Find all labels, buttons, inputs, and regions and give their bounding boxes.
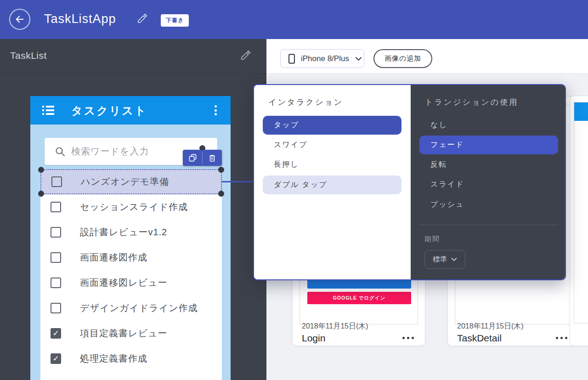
duration-label: 期間: [424, 235, 440, 244]
chevron-down-icon: [355, 57, 362, 61]
pencil-icon: [240, 50, 251, 61]
add-image-label: 画像の追加: [384, 54, 421, 63]
checkbox-unchecked[interactable]: [51, 202, 61, 212]
app-window: TaskListApp 下書き TaskList タスクリスト 検索ワードを入力: [0, 0, 588, 380]
card-date: 2018年11月15日(木): [302, 322, 368, 331]
task-list: ハンズオンデモ準備 セッションスライド作成 設計書レビューv1.2 画面遷移図作…: [40, 169, 222, 380]
phone-preview: タスクリスト 検索ワードを入力 ハンズオンデモ準備 セッションスライド作成: [30, 96, 231, 380]
checkbox-checked[interactable]: [51, 328, 61, 339]
task-row[interactable]: 処理定義書作成: [40, 346, 222, 371]
transition-option-flip[interactable]: 反転: [419, 155, 558, 174]
task-label: 画面遷移図レビュー: [80, 277, 167, 289]
thumbnail-app-bar: [574, 102, 588, 121]
card-title: Login: [302, 333, 325, 344]
transition-option-push[interactable]: プッシュ: [419, 195, 558, 214]
option-label: タップ: [274, 120, 299, 130]
duplicate-button[interactable]: [183, 150, 202, 166]
canvas-toolbar: iPhone 8/Plus 画像の追加: [266, 39, 588, 74]
task-row[interactable]: 画面遷移図作成: [40, 245, 222, 270]
list-menu-icon[interactable]: [42, 106, 54, 115]
checkbox-unchecked[interactable]: [51, 278, 61, 288]
checkbox-unchecked[interactable]: [51, 252, 61, 263]
task-row[interactable]: デザインガイドライン作成: [40, 295, 222, 321]
status-badge: 下書き: [161, 14, 189, 27]
project-title: TaskListApp: [44, 12, 116, 26]
duplicate-icon: [188, 153, 197, 162]
transition-option-none[interactable]: なし: [419, 116, 558, 135]
task-label: セッションスライド作成: [80, 201, 188, 213]
app-header: TaskListApp 下書き: [0, 0, 588, 39]
card-menu-icon[interactable]: [402, 337, 414, 339]
interaction-option-swipe[interactable]: スワイプ: [263, 136, 401, 154]
task-label: デザインガイドライン作成: [80, 302, 198, 314]
transition-panel-title: トランジションの使用: [425, 97, 518, 108]
edit-title-button[interactable]: [136, 13, 147, 24]
duration-value: 標準: [433, 255, 447, 264]
phone-app-bar: タスクリスト: [30, 96, 231, 125]
add-image-button[interactable]: 画像の追加: [373, 49, 432, 68]
screen-header: TaskList: [0, 39, 266, 74]
chevron-down-icon: [451, 257, 457, 261]
pencil-icon: [136, 13, 147, 24]
task-label: ハンズオンデモ準備: [81, 176, 169, 188]
selection-handle[interactable]: [218, 191, 224, 197]
duration-selector[interactable]: 標準: [424, 250, 465, 269]
option-label: スワイプ: [274, 140, 308, 150]
checkbox-unchecked[interactable]: [51, 227, 61, 238]
edit-screen-button[interactable]: [240, 50, 251, 61]
transition-option-fade[interactable]: フェード: [419, 136, 558, 154]
element-toolbar: [183, 150, 222, 166]
option-label: 長押し: [274, 160, 299, 170]
option-label: プッシュ: [430, 200, 464, 210]
transition-option-slide[interactable]: スライド: [419, 175, 558, 194]
trash-icon: [208, 154, 216, 162]
interaction-dialog: インタラクション タップ スワイプ 長押し ダブル タップ トランジションの使用…: [253, 84, 566, 280]
option-label: 反転: [430, 160, 447, 170]
option-label: ダブル タップ: [274, 180, 328, 190]
selection-handle[interactable]: [38, 167, 44, 173]
selection-handle[interactable]: [218, 167, 224, 173]
card-date: 2018年11月15日(木): [457, 322, 524, 331]
search-icon: [55, 146, 66, 157]
delete-button[interactable]: [203, 150, 222, 166]
option-label: スライド: [430, 180, 464, 189]
screen-name: TaskList: [10, 50, 47, 61]
selection-handle[interactable]: [38, 191, 44, 197]
arrow-left-icon: [15, 14, 25, 24]
option-label: フェード: [430, 140, 464, 150]
task-row[interactable]: 項目定義書レビュー: [40, 321, 222, 346]
card-menu-icon[interactable]: [556, 337, 567, 339]
overflow-menu-icon[interactable]: [215, 105, 217, 115]
checkbox-unchecked[interactable]: [51, 303, 61, 313]
panel-divider: [419, 225, 558, 225]
task-label: 処理定義書作成: [80, 352, 147, 365]
card-title: TaskDetail: [457, 333, 502, 344]
task-row[interactable]: セッションスライド作成: [40, 194, 222, 220]
interaction-option-tap[interactable]: タップ: [263, 116, 401, 135]
option-label: なし: [430, 120, 447, 130]
task-row[interactable]: 設計書レビューv1.2: [40, 220, 222, 245]
task-label: 項目定義書レビュー: [80, 327, 167, 340]
interaction-connector-line: [222, 181, 254, 182]
task-label: 設計書レビューv1.2: [80, 226, 167, 238]
screen-card-partial[interactable]: [570, 96, 588, 346]
search-placeholder: 検索ワードを入力: [71, 145, 149, 158]
checkbox-checked[interactable]: [51, 353, 61, 364]
interaction-panel: インタラクション タップ スワイプ 長押し ダブル タップ: [254, 85, 411, 279]
screen-thumbnail: [574, 102, 588, 323]
task-row[interactable]: 画面遷移図レビュー: [40, 270, 222, 295]
device-selector[interactable]: iPhone 8/Plus: [280, 49, 364, 68]
interaction-option-doubletap[interactable]: ダブル タップ: [263, 176, 401, 194]
thumbnail-google-login-button: GOOGLE でログイン: [307, 292, 411, 304]
task-row[interactable]: ハンズオンデモ準備: [40, 169, 222, 194]
phone-icon: [288, 54, 295, 64]
checkbox-unchecked[interactable]: [51, 176, 62, 187]
interaction-option-longpress[interactable]: 長押し: [263, 155, 401, 174]
device-label: iPhone 8/Plus: [301, 54, 349, 63]
transition-panel: トランジションの使用 なし フェード 反転 スライド プッシュ 期間 標準: [411, 85, 566, 279]
interaction-panel-title: インタラクション: [268, 97, 343, 108]
back-button[interactable]: [9, 9, 30, 30]
phone-app-bar-title: タスクリスト: [71, 103, 147, 118]
task-label: 画面遷移図作成: [80, 251, 147, 264]
